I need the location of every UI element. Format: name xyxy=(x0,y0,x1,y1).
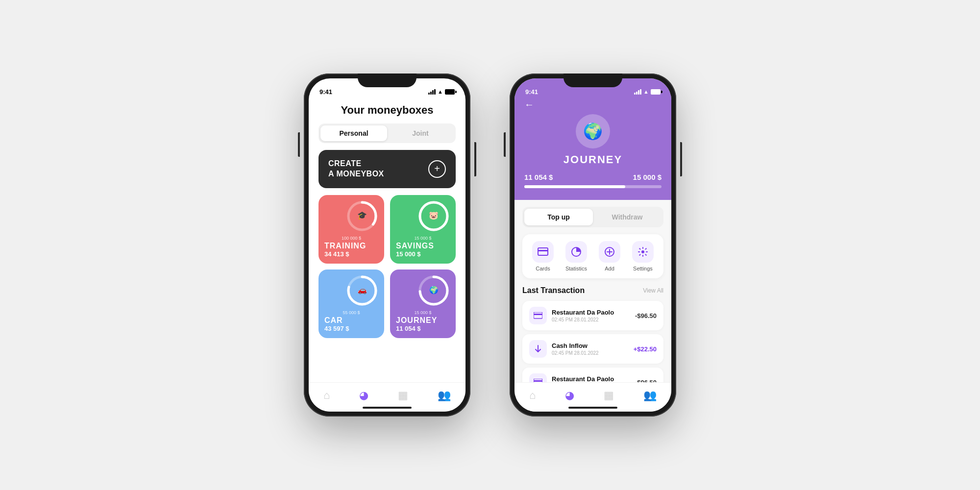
svg-point-18 xyxy=(641,250,644,253)
tx-icon-2 xyxy=(529,340,547,358)
svg-rect-22 xyxy=(534,380,542,382)
savings-name: SAVINGS xyxy=(396,242,450,250)
svg-rect-12 xyxy=(538,248,548,255)
create-box-text: CREATE A MONEYBOX xyxy=(328,159,384,179)
statistics-icon xyxy=(565,241,587,263)
action-tabs: Top up Withdraw xyxy=(522,207,663,227)
car-name: CAR xyxy=(324,316,378,325)
section-header: Last Transaction View All xyxy=(522,286,663,295)
tab-withdraw[interactable]: Withdraw xyxy=(593,209,662,225)
tx-name-2: Cash Inflow xyxy=(552,342,634,349)
back-button[interactable]: ← xyxy=(524,99,534,110)
journey-current: 11 054 $ xyxy=(524,173,553,181)
svg-rect-13 xyxy=(538,250,548,251)
battery-icon xyxy=(445,89,455,95)
journey-amount: 11 054 $ xyxy=(396,325,450,332)
add-icon xyxy=(599,241,620,263)
tx-amount-1: -$96.50 xyxy=(635,312,657,319)
card-training[interactable]: 🎓 100 000 $ TRAINING 34 413 $ xyxy=(318,195,384,264)
status-icons-2: ▲ xyxy=(634,89,661,95)
card-savings[interactable]: 🐷 15 000 $ SAVINGS 15 000 $ xyxy=(390,195,456,264)
moneyboxes-grid: 🎓 100 000 $ TRAINING 34 413 $ 🐷 xyxy=(309,195,466,338)
nav-home-1[interactable]: ⌂ xyxy=(323,389,330,402)
add-label: Add xyxy=(605,266,614,271)
status-icons-1: ▲ xyxy=(428,89,455,95)
nav-home-2[interactable]: ⌂ xyxy=(529,389,536,402)
settings-icon xyxy=(632,241,654,263)
home-indicator-2 xyxy=(568,407,617,409)
training-amount: 34 413 $ xyxy=(324,250,378,258)
nav-stats-1[interactable]: ▦ xyxy=(398,389,408,402)
quick-actions: Cards Statistics xyxy=(522,234,663,278)
training-name: TRAINING xyxy=(324,242,378,250)
tx-icon-1 xyxy=(529,307,547,324)
statistics-label: Statistics xyxy=(565,266,587,271)
signal-icon xyxy=(428,89,436,95)
last-transaction-title: Last Transaction xyxy=(522,286,585,295)
savings-amount: 15 000 $ xyxy=(396,250,450,258)
card-arc-car: 🚗 xyxy=(345,273,379,308)
qa-statistics[interactable]: Statistics xyxy=(565,241,587,271)
notch-1 xyxy=(358,74,416,87)
qa-add[interactable]: Add xyxy=(599,241,620,271)
progress-row: 11 054 $ 15 000 $ xyxy=(524,173,662,181)
create-plus-icon: + xyxy=(428,160,446,178)
svg-rect-20 xyxy=(534,314,542,315)
tx-amount-2: +$22.50 xyxy=(634,345,657,353)
svg-rect-19 xyxy=(534,312,542,318)
battery-icon-2 xyxy=(651,89,661,95)
tx-time-1: 02:45 PM 28.01.2022 xyxy=(552,317,635,322)
qa-cards[interactable]: Cards xyxy=(532,241,554,271)
nav-people-1[interactable]: 👥 xyxy=(438,389,451,402)
card-arc-journey: 🌍 xyxy=(416,273,451,308)
tx-name-3: Restaurant Da Paolo xyxy=(552,375,635,383)
car-goal: 55 000 $ xyxy=(324,310,378,315)
training-goal: 100 000 $ xyxy=(324,236,378,241)
page-title: Your moneyboxes xyxy=(309,99,466,123)
progress-bar-bg xyxy=(524,185,662,188)
nav-chart-1[interactable]: ◕ xyxy=(359,389,368,402)
svg-text:🐷: 🐷 xyxy=(429,211,439,220)
phone-1: 9:41 ▲ Your moneyboxes Personal Joi xyxy=(304,74,470,416)
tab-personal[interactable]: Personal xyxy=(320,125,387,141)
tx-time-2: 02:45 PM 28.01.2022 xyxy=(552,350,634,356)
home-indicator-1 xyxy=(363,407,412,409)
time-1: 9:41 xyxy=(319,88,332,96)
svg-text:🎓: 🎓 xyxy=(357,211,367,220)
wifi-icon: ▲ xyxy=(438,89,443,95)
journey-goal: 15 000 $ xyxy=(396,310,450,315)
tx-info-1: Restaurant Da Paolo 02:45 PM 28.01.2022 xyxy=(552,309,635,322)
tab-joint[interactable]: Joint xyxy=(387,125,454,141)
create-moneybox-button[interactable]: CREATE A MONEYBOX + xyxy=(318,150,456,188)
svg-text:🚗: 🚗 xyxy=(358,286,367,294)
cards-icon xyxy=(532,241,554,263)
tx-name-1: Restaurant Da Paolo xyxy=(552,309,635,316)
svg-text:🌍: 🌍 xyxy=(429,286,439,294)
journey-header: ← 🌍 JOURNEY 11 054 $ 15 000 $ xyxy=(514,99,671,200)
card-journey[interactable]: 🌍 15 000 $ JOURNEY 11 054 $ xyxy=(390,270,456,338)
tx-info-2: Cash Inflow 02:45 PM 28.01.2022 xyxy=(552,342,634,356)
car-amount: 43 597 $ xyxy=(324,325,378,332)
tab-topup[interactable]: Top up xyxy=(524,209,593,225)
card-car[interactable]: 🚗 55 000 $ CAR 43 597 $ xyxy=(318,270,384,338)
card-arc-training: 🎓 xyxy=(345,199,379,233)
notch-2 xyxy=(564,74,622,87)
transaction-1: Restaurant Da Paolo 02:45 PM 28.01.2022 … xyxy=(522,301,663,330)
nav-stats-2[interactable]: ▦ xyxy=(604,389,614,402)
journey-title: JOURNEY xyxy=(564,153,622,166)
savings-goal: 15 000 $ xyxy=(396,236,450,241)
nav-chart-2[interactable]: ◕ xyxy=(565,389,574,402)
journey-goal: 15 000 $ xyxy=(633,173,662,181)
time-2: 9:41 xyxy=(525,88,538,96)
cards-label: Cards xyxy=(536,266,550,271)
journey-body: Top up Withdraw Cards xyxy=(514,200,671,412)
journey-icon: 🌍 xyxy=(576,114,610,148)
qa-settings[interactable]: Settings xyxy=(632,241,654,271)
transaction-2: Cash Inflow 02:45 PM 28.01.2022 +$22.50 xyxy=(522,334,663,364)
view-all-link[interactable]: View All xyxy=(643,287,663,294)
signal-icon-2 xyxy=(634,89,641,95)
progress-bar-fill xyxy=(524,185,625,188)
phone-2: 9:41 ▲ ← 🌍 JOURNEY 11 xyxy=(510,74,676,416)
nav-people-2[interactable]: 👥 xyxy=(643,389,657,402)
moneybox-tabs: Personal Joint xyxy=(318,123,456,143)
